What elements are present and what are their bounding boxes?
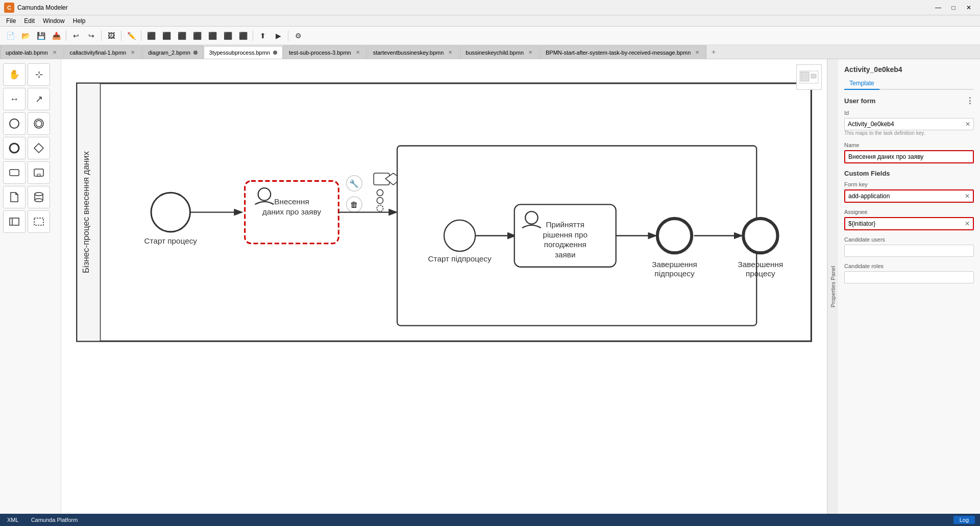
sub-end-event[interactable] <box>657 219 692 253</box>
menu-edit[interactable]: Edit <box>20 16 39 26</box>
maximize-button[interactable]: □ <box>946 2 961 13</box>
undo-button[interactable]: ↩ <box>69 29 83 43</box>
field-id-wrap: ✕ <box>844 118 974 130</box>
add-tab-button[interactable]: ＋ <box>707 45 720 59</box>
edit-button[interactable]: ✏️ <box>124 29 138 43</box>
canvas[interactable]: Бізнес-процес внесення даних Старт проце… <box>61 59 827 514</box>
field-id-input[interactable] <box>845 118 962 130</box>
save-as-button[interactable]: 📥 <box>49 29 63 43</box>
minimap[interactable] <box>796 64 822 90</box>
properties-panel-label: Properties Panel <box>827 59 838 514</box>
toolbar-sep-3 <box>121 31 121 41</box>
field-name-input[interactable] <box>845 151 973 162</box>
tab-close-test-sub[interactable]: ✕ <box>354 49 361 56</box>
status-log[interactable]: Log <box>953 516 975 524</box>
close-button[interactable]: ✕ <box>962 2 976 13</box>
tools-panel: ✋ ⊹ ↔ ↗ <box>0 59 61 514</box>
connect-tool-btn[interactable]: ↗ <box>28 88 50 110</box>
diamond-btn[interactable] <box>28 137 50 159</box>
field-candusers-input[interactable] <box>845 245 973 256</box>
hand-tool-btn[interactable]: ✋ <box>3 63 26 86</box>
field-candusers-wrap <box>844 245 974 257</box>
page-btn[interactable] <box>3 186 26 208</box>
tab-3types[interactable]: 3typessubprocess.bpmn <box>204 46 283 59</box>
field-formkey-group: Form key ✕ <box>844 181 974 203</box>
tab-callactivity[interactable]: callactivityfinal-1.bpmn ✕ <box>64 45 142 59</box>
align-right-button[interactable]: ⬛ <box>175 29 189 43</box>
distribute-h-button[interactable]: ⬛ <box>236 29 250 43</box>
settings-button[interactable]: ⚙ <box>291 29 305 43</box>
tab-bar: update-lab.bpmn ✕ callactivityfinal-1.bp… <box>0 45 980 59</box>
svg-point-11 <box>35 199 43 202</box>
redo-button[interactable]: ↪ <box>84 29 99 43</box>
lasso-tool-btn[interactable]: ⊹ <box>28 63 50 86</box>
align-bottom-button[interactable]: ⬛ <box>220 29 235 43</box>
menu-window[interactable]: Window <box>39 16 69 26</box>
save-button[interactable]: 💾 <box>34 29 48 43</box>
start-event-label: Старт процесу <box>144 236 198 245</box>
menu-help[interactable]: Help <box>69 16 90 26</box>
tab-label: test-sub-process-3.bpmn <box>289 50 351 56</box>
pool-btn[interactable] <box>3 210 26 233</box>
align-center-button[interactable]: ⬛ <box>159 29 174 43</box>
sub-start-event[interactable] <box>444 220 475 251</box>
status-platform[interactable]: Camunda Platform <box>29 516 80 524</box>
tab-update-lab[interactable]: update-lab.bpmn ✕ <box>0 45 64 59</box>
tab-template[interactable]: Template <box>844 78 879 90</box>
tab-close-startevent[interactable]: ✕ <box>447 49 454 56</box>
field-assignee-input[interactable] <box>845 218 962 229</box>
svg-rect-19 <box>811 74 816 78</box>
deploy-button[interactable]: ⬆ <box>256 29 270 43</box>
svg-point-2 <box>36 121 42 127</box>
field-formkey-wrap: ✕ <box>844 189 974 203</box>
field-candusers-label: Candidate users <box>844 236 974 243</box>
align-top-button[interactable]: ⬛ <box>190 29 204 43</box>
tab-label: BPMN-start-after-system-task-by-received… <box>546 50 691 56</box>
open-button[interactable]: 📂 <box>18 29 33 43</box>
tab-bussineskeychild[interactable]: bussineskeychild.bpmn ✕ <box>460 45 540 59</box>
field-formkey-clear[interactable]: ✕ <box>962 193 973 200</box>
align-left-button[interactable]: ⬛ <box>144 29 158 43</box>
run-button[interactable]: ▶ <box>271 29 285 43</box>
tool-row-3 <box>3 112 58 135</box>
toolbar-sep-6 <box>288 31 288 41</box>
tab-diagram2[interactable]: diagram_2.bpmn <box>142 45 203 59</box>
circle-double-btn[interactable] <box>28 112 50 135</box>
toolbar-sep-4 <box>141 31 141 41</box>
field-name-label: Name <box>844 142 974 148</box>
tab-close-update-lab[interactable]: ✕ <box>51 49 58 56</box>
tab-close-bussineskeychild[interactable]: ✕ <box>527 49 534 56</box>
titlebar: C Camunda Modeler — □ ✕ <box>0 0 980 15</box>
cylinder-btn[interactable] <box>28 186 50 208</box>
tab-bpmn-start[interactable]: BPMN-start-after-system-task-by-received… <box>540 45 706 59</box>
status-xml[interactable]: XML <box>5 516 21 524</box>
rect-double-btn[interactable] <box>28 161 50 184</box>
circle-empty-btn[interactable] <box>3 112 26 135</box>
tab-modified-dot2 <box>273 51 277 55</box>
tab-close-bpmn-start[interactable]: ✕ <box>694 49 701 56</box>
field-assignee-clear[interactable]: ✕ <box>962 220 973 227</box>
align-middle-button[interactable]: ⬛ <box>205 29 219 43</box>
svg-rect-14 <box>34 218 43 225</box>
tab-test-sub[interactable]: test-sub-process-3.bpmn ✕ <box>283 45 367 59</box>
space-tool-btn[interactable]: ↔ <box>3 88 26 110</box>
minimize-button[interactable]: — <box>931 2 945 13</box>
svg-marker-4 <box>34 144 43 153</box>
menu-file[interactable]: File <box>2 16 20 26</box>
dashed-rect-btn[interactable] <box>28 210 50 233</box>
main-area: ✋ ⊹ ↔ ↗ <box>0 59 980 514</box>
rect-btn[interactable] <box>3 161 26 184</box>
tab-startevent[interactable]: starteventbussineskey.bpmn ✕ <box>368 45 460 59</box>
tab-close-callactivity[interactable]: ✕ <box>129 49 136 56</box>
end-event[interactable] <box>743 219 777 253</box>
field-candroles-input[interactable] <box>845 272 973 283</box>
field-id-clear[interactable]: ✕ <box>962 121 973 128</box>
image-export-button[interactable]: 🖼 <box>104 29 118 43</box>
section-menu-btn[interactable]: ⋮ <box>966 96 974 106</box>
app-title: Camunda Modeler <box>17 4 931 11</box>
field-formkey-input[interactable] <box>845 190 962 202</box>
element-id-title: Activity_0e0keb4 <box>844 65 974 74</box>
start-event[interactable] <box>151 193 190 232</box>
new-button[interactable]: 📄 <box>3 29 17 43</box>
circle-bold-btn[interactable] <box>3 137 26 159</box>
